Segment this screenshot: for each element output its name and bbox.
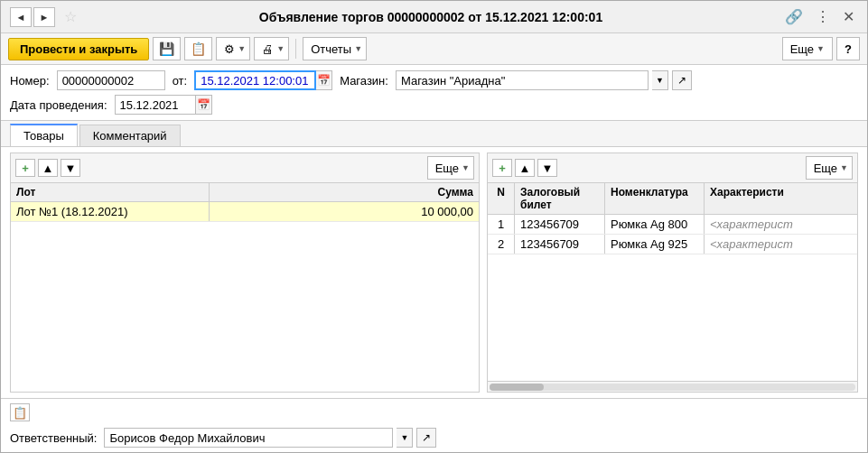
col-char-header: Характеристи bbox=[705, 183, 857, 214]
left-more-button[interactable]: Еще ▼ bbox=[427, 156, 474, 180]
right-table-body: 1 123456709 Рюмка Ag 800 <характерист 2 … bbox=[488, 215, 857, 381]
window-title: Объявление торгов 00000000002 от 15.12.2… bbox=[86, 10, 776, 24]
bottom-icons: 📋 bbox=[10, 403, 858, 421]
print-icon: 🖨 bbox=[262, 42, 274, 56]
right-panel-toolbar: + ▲ ▼ Еще ▼ bbox=[488, 153, 857, 183]
right-up-button[interactable]: ▲ bbox=[515, 159, 535, 177]
number-label: Номер: bbox=[10, 74, 50, 88]
left-panel-toolbar: + ▲ ▼ Еще ▼ bbox=[11, 153, 479, 183]
reports-dropdown-button[interactable]: Отчеты ▼ bbox=[303, 37, 367, 60]
save-button[interactable]: 💾 bbox=[153, 37, 181, 60]
col-nom-header: Номенклатура bbox=[605, 183, 705, 214]
conduct-calendar-button[interactable]: 📅 bbox=[196, 95, 212, 115]
cell-lot: Лот №1 (18.12.2021) bbox=[11, 202, 210, 221]
right-table-header: N Залоговый билет Номенклатура Характери… bbox=[488, 183, 857, 215]
conduct-row: Дата проведения: 📅 bbox=[10, 95, 858, 115]
store-copy-icon: ↗ bbox=[677, 74, 686, 87]
left-table-header: Лот Сумма bbox=[11, 183, 479, 202]
actions-icon: ⚙ bbox=[224, 42, 235, 56]
actions-dropdown-button[interactable]: ⚙ ▼ bbox=[216, 37, 250, 60]
bottom-copy-button[interactable]: 📋 bbox=[10, 403, 30, 421]
rcell-zb-1: 123456709 bbox=[515, 215, 605, 234]
favorite-icon[interactable]: ☆ bbox=[64, 8, 77, 25]
date-input-group: 📅 bbox=[194, 70, 332, 90]
reports-label: Отчеты bbox=[311, 42, 351, 56]
conduct-date-group: 📅 bbox=[115, 95, 212, 115]
date-input[interactable] bbox=[194, 70, 316, 90]
responsible-row: Ответственный: ▼ ↗ bbox=[10, 428, 858, 448]
copy-paste-button[interactable]: 📋 bbox=[184, 37, 212, 60]
conduct-calendar-icon: 📅 bbox=[197, 98, 210, 111]
down-icon: ▼ bbox=[65, 162, 77, 175]
copy-paste-icon: 📋 bbox=[191, 42, 206, 56]
bottom-copy-icon: 📋 bbox=[13, 406, 27, 420]
forward-button[interactable]: ► bbox=[33, 7, 55, 27]
col-n-header: N bbox=[488, 183, 515, 214]
right-table-row-2[interactable]: 2 123456709 Рюмка Ag 925 <характерист bbox=[488, 235, 857, 254]
toolbar-separator bbox=[295, 39, 296, 59]
rcell-char-1: <характерист bbox=[705, 215, 857, 234]
col-summa-header: Сумма bbox=[210, 183, 479, 201]
help-button[interactable]: ? bbox=[836, 37, 860, 60]
print-caret-icon: ▼ bbox=[276, 44, 285, 53]
right-table-row-1[interactable]: 1 123456709 Рюмка Ag 800 <характерист bbox=[488, 215, 857, 235]
right-more-label: Еще bbox=[814, 162, 837, 175]
responsible-dropdown-button[interactable]: ▼ bbox=[397, 428, 413, 448]
tabs-bar: Товары Комментарий bbox=[1, 121, 867, 147]
left-add-button[interactable]: + bbox=[15, 159, 35, 177]
title-actions: 🔗 ⋮ ✕ bbox=[781, 6, 858, 27]
responsible-input-group: ▼ ↗ bbox=[104, 428, 436, 448]
right-add-button[interactable]: + bbox=[492, 159, 512, 177]
rcell-nom-1: Рюмка Ag 800 bbox=[605, 215, 705, 234]
col-lot-header: Лот bbox=[11, 183, 210, 201]
back-button[interactable]: ◄ bbox=[10, 7, 32, 27]
tab-goods[interactable]: Товары bbox=[10, 124, 78, 146]
print-dropdown-button[interactable]: 🖨 ▼ bbox=[254, 37, 289, 60]
link-button[interactable]: 🔗 bbox=[781, 6, 807, 27]
back-icon: ◄ bbox=[16, 12, 26, 23]
number-row: Номер: от: 📅 Магазин: ▼ ↗ bbox=[10, 70, 858, 90]
table-row[interactable]: Лот №1 (18.12.2021) 10 000,00 bbox=[11, 202, 479, 222]
store-input-group: ▼ ↗ bbox=[396, 70, 692, 90]
rcell-char-2: <характерист bbox=[705, 235, 857, 254]
tab-comment[interactable]: Комментарий bbox=[79, 125, 181, 146]
responsible-input[interactable] bbox=[104, 428, 393, 448]
calendar-icon: 📅 bbox=[317, 74, 331, 87]
store-dropdown-button[interactable]: ▼ bbox=[652, 70, 668, 90]
toolbar: Провести и закрыть 💾 📋 ⚙ ▼ 🖨 ▼ Отчеты ▼ … bbox=[1, 33, 867, 65]
right-more-button[interactable]: Еще ▼ bbox=[806, 156, 853, 180]
right-down-button[interactable]: ▼ bbox=[537, 159, 557, 177]
right-more-caret: ▼ bbox=[840, 163, 848, 172]
caret-down-icon: ▼ bbox=[238, 44, 246, 53]
right-scrollbar[interactable] bbox=[488, 381, 857, 392]
store-input[interactable] bbox=[396, 70, 649, 90]
date-calendar-button[interactable]: 📅 bbox=[316, 70, 332, 90]
menu-button[interactable]: ⋮ bbox=[812, 6, 834, 27]
main-window: ◄ ► ☆ Объявление торгов 00000000002 от 1… bbox=[0, 0, 868, 453]
right-panel-more: Еще ▼ bbox=[806, 156, 853, 180]
close-button[interactable]: ✕ bbox=[839, 6, 858, 27]
post-close-button[interactable]: Провести и закрыть bbox=[8, 38, 149, 60]
bottom-area: 📋 Ответственный: ▼ ↗ bbox=[1, 398, 867, 452]
close-icon: ✕ bbox=[843, 9, 854, 24]
form-area: Номер: от: 📅 Магазин: ▼ ↗ Дата про bbox=[1, 65, 867, 121]
store-copy-button[interactable]: ↗ bbox=[672, 70, 692, 90]
left-down-button[interactable]: ▼ bbox=[61, 159, 80, 177]
right-down-icon: ▼ bbox=[542, 162, 554, 175]
conduct-label: Дата проведения: bbox=[10, 98, 107, 112]
responsible-copy-button[interactable]: ↗ bbox=[416, 428, 436, 448]
main-content: + ▲ ▼ Еще ▼ Лот Сумма bbox=[1, 147, 867, 398]
nav-buttons: ◄ ► bbox=[10, 7, 55, 27]
store-label: Магазин: bbox=[340, 74, 388, 88]
conduct-date-input[interactable] bbox=[115, 95, 196, 115]
number-input[interactable] bbox=[57, 70, 165, 90]
save-icon: 💾 bbox=[159, 42, 174, 56]
col-zb-header: Залоговый билет bbox=[515, 183, 605, 214]
add-icon: + bbox=[22, 162, 29, 175]
left-up-button[interactable]: ▲ bbox=[38, 159, 58, 177]
left-more-caret: ▼ bbox=[462, 163, 470, 172]
store-caret-icon: ▼ bbox=[656, 76, 664, 85]
more-button[interactable]: Еще ▼ bbox=[782, 37, 833, 60]
link-icon: 🔗 bbox=[785, 9, 803, 24]
rcell-nom-2: Рюмка Ag 925 bbox=[605, 235, 705, 254]
